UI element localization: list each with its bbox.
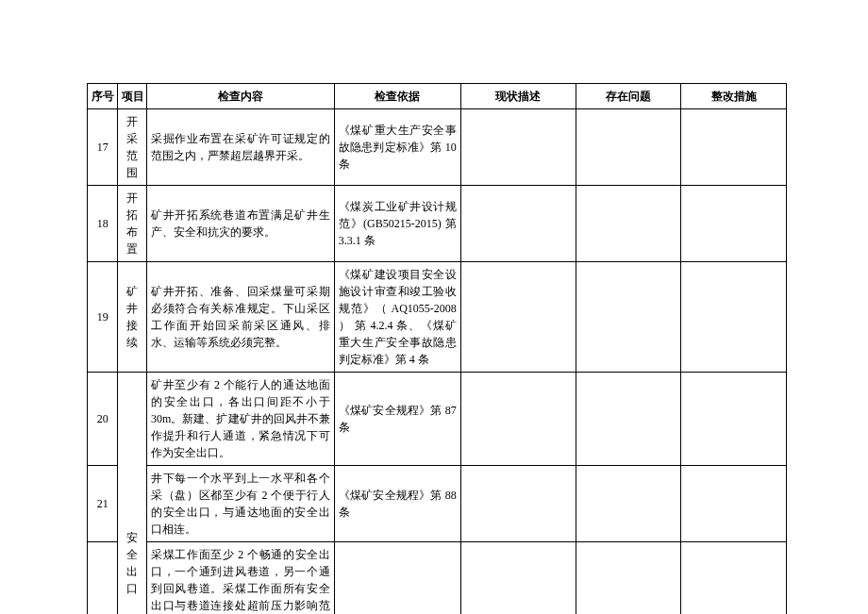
cell-prob [576, 373, 681, 466]
cell-num: 21 [88, 466, 118, 542]
cell-desc [460, 186, 576, 262]
cell-fix [681, 262, 787, 373]
cell-prob [576, 262, 681, 373]
cell-basis: 《煤矿安全规程》第 87 条 [334, 373, 460, 466]
cell-check: 矿井至少有 2 个能行人的通达地面的安全出口，各出口间距不小于 30m。新建、扩… [146, 373, 334, 466]
cell-desc [460, 373, 576, 466]
cell-num: 20 [88, 373, 118, 466]
cell-num: 17 [88, 109, 118, 186]
header-desc: 现状描述 [460, 84, 576, 109]
cell-num: 19 [88, 262, 118, 373]
table-header-row: 序号 项目 检查内容 检查依据 现状描述 存在问题 整改措施 [88, 84, 787, 109]
cell-item: 矿井接续 [118, 262, 146, 373]
cell-item: 开拓布置 [118, 186, 146, 262]
cell-fix [681, 109, 787, 186]
cell-fix [681, 186, 787, 262]
header-basis: 检查依据 [334, 84, 460, 109]
cell-check: 井下每一个水平到上一水平和各个采（盘）区都至少有 2 个便于行人的安全出口，与通… [146, 466, 334, 542]
cell-prob [576, 542, 681, 615]
cell-check: 矿井开拓系统巷道布置满足矿井生产、安全和抗灾的要求。 [146, 186, 334, 262]
cell-check: 采煤工作面至少 2 个畅通的安全出口，一个通到进风巷道，另一个通到回风巷道。采煤… [146, 542, 334, 615]
cell-basis: 《煤炭工业矿井设计规范》(GB50215-2015) 第 3.3.1 条 [334, 186, 460, 262]
cell-basis: 《煤矿建设项目安全设施设计审查和竣工验收规范》（ AQ1055-2008 ） 第… [334, 262, 460, 373]
cell-desc [460, 542, 576, 615]
table-row: 22 采煤工作面至少 2 个畅通的安全出口，一个通到进风巷道，另一个通到回风巷道… [88, 542, 787, 615]
cell-check: 采掘作业布置在采矿许可证规定的范围之内，严禁超层越界开采。 [146, 109, 334, 186]
table-row: 18 开拓布置 矿井开拓系统巷道布置满足矿井生产、安全和抗灾的要求。 《煤炭工业… [88, 186, 787, 262]
cell-prob [576, 466, 681, 542]
header-fix: 整改措施 [681, 84, 787, 109]
cell-desc [460, 466, 576, 542]
cell-item: 开采范围 [118, 109, 146, 186]
cell-num: 22 [88, 542, 118, 615]
cell-num: 18 [88, 186, 118, 262]
table-row: 19 矿井接续 矿井开拓、准备、回采煤量可采期必须符合有关标准规定。下山采区工作… [88, 262, 787, 373]
table-row: 21 井下每一个水平到上一水平和各个采（盘）区都至少有 2 个便于行人的安全出口… [88, 466, 787, 542]
cell-check: 矿井开拓、准备、回采煤量可采期必须符合有关标准规定。下山采区工作面开始回采前采区… [146, 262, 334, 373]
cell-fix [681, 373, 787, 466]
cell-basis: 《煤矿重大生产安全事故隐患判定标准》第 10 条 [334, 109, 460, 186]
table-row: 20 安全出口 矿井至少有 2 个能行人的通达地面的安全出口，各出口间距不小于 … [88, 373, 787, 466]
cell-item-safety-exit: 安全出口 [118, 373, 146, 615]
header-item: 项目 [118, 84, 146, 109]
cell-fix [681, 542, 787, 615]
cell-prob [576, 186, 681, 262]
cell-prob [576, 109, 681, 186]
cell-basis: 《煤矿安全规程》第 88 条 [334, 466, 460, 542]
header-num: 序号 [88, 84, 118, 109]
header-check: 检查内容 [146, 84, 334, 109]
cell-fix [681, 466, 787, 542]
cell-basis: 《煤矿安全规程》第 97 条 [334, 542, 460, 615]
inspection-table: 序号 项目 检查内容 检查依据 现状描述 存在问题 整改措施 17 开采范围 采… [87, 83, 787, 614]
table-row: 17 开采范围 采掘作业布置在采矿许可证规定的范围之内，严禁超层越界开采。 《煤… [88, 109, 787, 186]
cell-desc [460, 262, 576, 373]
cell-desc [460, 109, 576, 186]
header-prob: 存在问题 [576, 84, 681, 109]
